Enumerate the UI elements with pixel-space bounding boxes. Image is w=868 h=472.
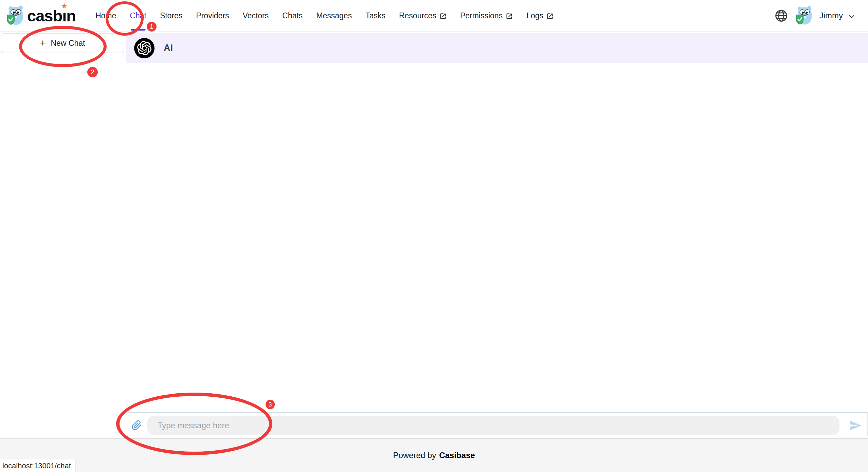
avatar	[795, 5, 815, 26]
send-button[interactable]	[849, 419, 862, 432]
chat-sidebar: + New Chat	[0, 32, 126, 438]
body-row: + New Chat AI	[0, 32, 868, 438]
chat-panel: AI	[126, 32, 868, 438]
new-chat-button[interactable]: + New Chat	[38, 38, 87, 49]
new-chat-card: + New Chat	[1, 33, 124, 53]
nav-item-chats[interactable]: Chats	[282, 0, 303, 31]
nav-item-messages[interactable]: Messages	[316, 0, 352, 31]
casbin-mascot-icon	[6, 5, 26, 26]
plus-icon: +	[40, 38, 46, 48]
external-link-icon	[506, 12, 513, 20]
external-link-icon	[439, 12, 447, 20]
globe-icon	[774, 9, 788, 23]
chevron-down-icon	[848, 11, 856, 20]
star-icon: ★	[61, 2, 67, 10]
openai-logo-icon	[134, 38, 155, 58]
composer	[126, 412, 868, 438]
attach-file-button[interactable]	[131, 420, 142, 431]
app-window: casbı★n Home Chat Stores Providers Vecto…	[0, 0, 868, 472]
nav-item-permissions[interactable]: Permissions	[460, 0, 513, 31]
nav-item-logs[interactable]: Logs	[526, 0, 554, 31]
paperclip-icon	[131, 420, 142, 431]
browser-status-url: localhost:13001/chat	[0, 460, 75, 472]
language-globe-button[interactable]	[774, 9, 788, 23]
page-footer: Powered by Casibase	[0, 438, 868, 472]
brand-logo[interactable]: casbı★n	[6, 5, 76, 26]
nav-item-home[interactable]: Home	[95, 0, 116, 31]
brand-name: casbı★n	[27, 8, 76, 24]
active-tab-underline	[131, 29, 145, 31]
nav-item-chat[interactable]: Chat	[130, 0, 146, 31]
external-link-icon	[546, 12, 554, 20]
username-label: Jimmy	[819, 11, 843, 20]
powered-by-label: Powered by	[393, 451, 436, 460]
nav-item-providers[interactable]: Providers	[196, 0, 229, 31]
send-plane-icon	[849, 419, 862, 432]
top-navbar: casbı★n Home Chat Stores Providers Vecto…	[0, 0, 868, 32]
message-input[interactable]	[147, 416, 839, 435]
user-menu[interactable]: Jimmy	[795, 5, 856, 26]
nav-item-tasks[interactable]: Tasks	[365, 0, 385, 31]
nav-item-resources[interactable]: Resources	[399, 0, 447, 31]
chat-messages-area	[126, 63, 868, 412]
navbar-right-controls: Jimmy	[774, 5, 856, 26]
nav-item-stores[interactable]: Stores	[160, 0, 182, 31]
casibase-link[interactable]: Casibase	[439, 451, 475, 460]
assistant-name: AI	[164, 43, 173, 53]
main-nav: Home Chat Stores Providers Vectors Chats…	[95, 0, 554, 31]
chat-header: AI	[126, 33, 868, 63]
nav-item-vectors[interactable]: Vectors	[243, 0, 269, 31]
new-chat-label: New Chat	[51, 39, 85, 48]
